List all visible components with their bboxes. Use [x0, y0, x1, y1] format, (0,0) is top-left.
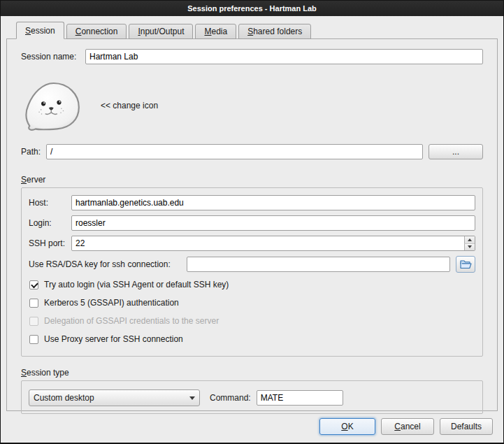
defaults-button[interactable]: Defaults — [440, 418, 493, 435]
checkbox-box[interactable] — [29, 280, 38, 289]
session-icon-row: << change icon — [22, 76, 483, 136]
checkbox-proxy[interactable]: Use Proxy server for SSH connection — [29, 332, 475, 346]
session-type-group-title: Session type — [21, 368, 483, 378]
session-icon-button[interactable] — [22, 78, 82, 134]
ssh-port-label: SSH port: — [29, 238, 71, 248]
tab-bar: Session Connection Input/Output Media Sh… — [6, 22, 498, 39]
rsa-key-input[interactable] — [187, 257, 450, 272]
path-row: Path: ... — [21, 144, 483, 159]
window-title: Session preferences - Hartman Lab — [187, 4, 317, 13]
spin-up-button[interactable] — [464, 236, 475, 244]
ssh-port-spinbox — [71, 236, 475, 251]
server-group: Server Host: Login: SSH port: — [21, 175, 483, 357]
rsa-key-browse-button[interactable] — [456, 256, 475, 273]
rsa-key-row: Use RSA/DSA key for ssh connection: — [29, 256, 475, 273]
session-name-row: Session name: — [21, 49, 483, 64]
ssh-port-input[interactable] — [71, 236, 475, 251]
host-row: Host: — [29, 195, 475, 210]
checkbox-box[interactable] — [29, 335, 38, 344]
checkbox-try-auto-login[interactable]: Try auto login (via SSH Agent or default… — [29, 278, 475, 292]
dialog-body: Session Connection Input/Output Media Sh… — [1, 16, 503, 443]
checkbox-box[interactable] — [29, 299, 38, 308]
session-type-group-box: Custom desktop Command: — [21, 380, 483, 414]
path-label: Path: — [21, 147, 46, 157]
checkbox-gssapi-delegation: Delegation of GSSAPI credentials to the … — [29, 314, 475, 328]
session-type-selected: Custom desktop — [34, 393, 185, 403]
session-type-row: Custom desktop Command: — [29, 388, 475, 408]
checkbox-label: Use Proxy server for SSH connection — [44, 334, 183, 344]
folder-open-icon — [460, 259, 472, 269]
ssh-port-row: SSH port: — [29, 236, 475, 251]
checkbox-box — [29, 317, 38, 326]
ok-button[interactable]: OK — [319, 418, 375, 435]
spin-buttons — [464, 236, 475, 250]
seal-icon — [22, 78, 82, 131]
command-label: Command: — [210, 393, 251, 403]
session-type-dropdown[interactable]: Custom desktop — [29, 389, 200, 406]
checkbox-label: Try auto login (via SSH Agent or default… — [44, 280, 229, 289]
server-group-title: Server — [21, 175, 483, 185]
spin-down-button[interactable] — [464, 244, 475, 251]
path-browse-button[interactable]: ... — [429, 144, 483, 159]
checkbox-label: Kerberos 5 (GSSAPI) authentication — [44, 298, 179, 308]
tab-shared-folders[interactable]: Shared folders — [238, 24, 311, 39]
titlebar[interactable]: Session preferences - Hartman Lab — [1, 1, 503, 16]
host-input[interactable] — [71, 195, 475, 210]
path-input[interactable] — [46, 144, 423, 159]
tab-session[interactable]: Session — [16, 22, 64, 39]
session-name-label: Session name: — [21, 52, 85, 62]
host-label: Host: — [29, 198, 71, 208]
rsa-key-label: Use RSA/DSA key for ssh connection: — [29, 259, 187, 269]
session-preferences-dialog: Session preferences - Hartman Lab Sessio… — [0, 0, 504, 444]
session-type-group: Session type Custom desktop Command: — [21, 368, 483, 414]
session-name-input[interactable] — [85, 49, 483, 64]
tab-media[interactable]: Media — [195, 24, 236, 39]
change-icon-label: << change icon — [101, 101, 158, 110]
tab-input-output[interactable]: Input/Output — [129, 24, 193, 39]
login-row: Login: — [29, 215, 475, 231]
triangle-down-icon — [468, 245, 472, 248]
tab-pane-session: Session name: — [6, 38, 498, 411]
server-group-box: Host: Login: SSH port: — [21, 187, 483, 357]
cancel-button[interactable]: Cancel — [381, 418, 434, 435]
command-input[interactable] — [257, 390, 343, 406]
login-label: Login: — [29, 218, 71, 228]
tab-connection[interactable]: Connection — [66, 24, 127, 39]
chevron-down-icon — [189, 396, 195, 400]
checkbox-label: Delegation of GSSAPI credentials to the … — [44, 316, 219, 326]
triangle-up-icon — [468, 238, 472, 241]
dialog-button-row: OK Cancel Defaults — [6, 411, 498, 435]
login-input[interactable] — [71, 215, 475, 231]
checkbox-kerberos[interactable]: Kerberos 5 (GSSAPI) authentication — [29, 296, 475, 310]
